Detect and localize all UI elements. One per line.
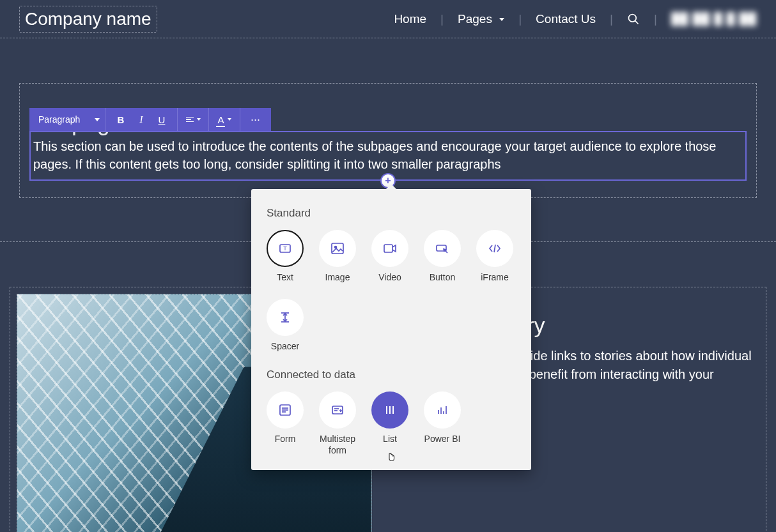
component-video[interactable]: Video — [371, 230, 408, 284]
italic-button[interactable]: I — [131, 108, 151, 131]
align-left-icon — [186, 117, 194, 123]
image-icon — [319, 230, 356, 267]
component-picker-popup: Standard T Text Image Video Button — [251, 189, 531, 470]
nav-pages-label: Pages — [458, 12, 492, 26]
chevron-down-icon — [95, 118, 100, 121]
svg-line-1 — [635, 20, 639, 24]
underline-button[interactable]: U — [151, 108, 172, 131]
user-profile[interactable]: ██ ██ █ █ ██ — [657, 12, 757, 26]
text-editor-toolbar: Paragraph B I U A ⋯ — [29, 108, 271, 131]
bold-button[interactable]: B — [111, 108, 131, 131]
powerbi-icon — [424, 391, 461, 429]
paragraph-style-select[interactable]: Paragraph — [35, 114, 100, 125]
component-label: List — [371, 434, 408, 445]
component-powerbi[interactable]: Power BI — [424, 391, 461, 456]
search-icon[interactable] — [613, 13, 654, 26]
user-name-blurred: ██ ██ █ █ ██ — [671, 12, 757, 26]
nav-pages[interactable]: Pages — [444, 12, 518, 26]
component-label: iFrame — [476, 272, 513, 284]
chevron-down-icon — [228, 118, 231, 121]
hero-text-editor[interactable]: This section can be used to introduce th… — [29, 131, 747, 181]
chevron-down-icon — [197, 118, 201, 121]
component-text[interactable]: T Text — [267, 230, 304, 284]
nav-home[interactable]: Home — [380, 12, 440, 26]
button-icon — [424, 230, 461, 267]
component-label: Text — [267, 272, 304, 284]
component-list[interactable]: List — [371, 391, 408, 456]
component-label: Image — [319, 272, 356, 284]
component-multistep-form[interactable]: Multistep form — [319, 391, 356, 456]
component-form[interactable]: Form — [267, 391, 304, 456]
hero-section: Subpage one Paragraph B I U A — [19, 83, 757, 198]
component-label: Spacer — [267, 341, 304, 353]
svg-rect-4 — [332, 243, 343, 254]
component-label: Form — [267, 434, 304, 445]
nav-menu: Home | Pages | Contact Us | | ██ ██ █ █ … — [380, 12, 757, 26]
nav-contact[interactable]: Contact Us — [522, 12, 610, 26]
standard-section-label: Standard — [267, 207, 516, 220]
svg-point-0 — [629, 14, 637, 22]
list-icon — [371, 391, 408, 429]
standard-components-grid: T Text Image Video Button iFram — [267, 230, 516, 352]
paragraph-select-input[interactable]: Paragraph — [35, 114, 92, 125]
component-button[interactable]: Button — [424, 230, 461, 284]
top-navigation: Company name Home | Pages | Contact Us |… — [0, 0, 776, 38]
component-image[interactable]: Image — [319, 230, 356, 284]
more-options-button[interactable]: ⋯ — [245, 108, 266, 131]
svg-text:T: T — [283, 245, 287, 252]
component-label: Power BI — [424, 434, 461, 445]
spacer-icon — [267, 299, 304, 336]
font-color-icon: A — [217, 114, 224, 125]
component-label: Multistep form — [319, 434, 356, 456]
align-button[interactable] — [183, 108, 203, 131]
svg-rect-6 — [384, 245, 392, 252]
hero-body-text: This section can be used to introduce th… — [33, 139, 717, 171]
video-icon — [371, 230, 408, 267]
form-icon — [267, 391, 304, 429]
component-iframe[interactable]: iFrame — [476, 230, 513, 284]
component-spacer[interactable]: Spacer — [267, 299, 304, 353]
company-name[interactable]: Company name — [19, 6, 157, 33]
iframe-icon — [476, 230, 513, 267]
font-color-button[interactable]: A — [214, 108, 235, 131]
component-label: Video — [371, 272, 408, 284]
text-icon: T — [267, 230, 304, 267]
chevron-down-icon — [499, 18, 504, 21]
component-label: Button — [424, 272, 461, 284]
connected-components-grid: Form Multistep form List Power BI — [267, 391, 516, 456]
connected-section-label: Connected to data — [267, 369, 516, 381]
multistep-form-icon — [319, 391, 356, 429]
